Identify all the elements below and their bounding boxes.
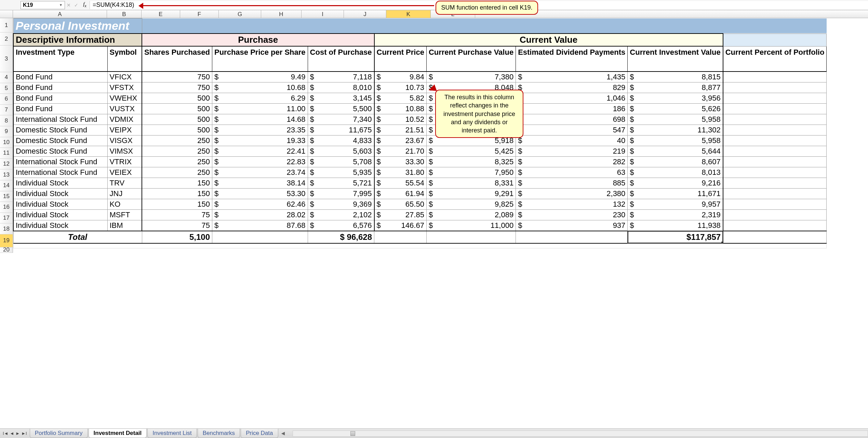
cell-div[interactable]: $1,046 xyxy=(516,93,628,104)
cell-div[interactable]: $937 xyxy=(516,220,628,231)
cell-pct[interactable] xyxy=(723,189,827,199)
cell-pps[interactable]: $14.68 xyxy=(212,114,308,125)
cell-type[interactable]: Individual Stock xyxy=(13,178,107,189)
cell-type[interactable]: Domestic Stock Fund xyxy=(13,136,107,146)
cell-civ[interactable]: $8,607 xyxy=(628,157,723,167)
col-header-G[interactable]: G xyxy=(219,10,261,18)
cell-pps[interactable]: $19.33 xyxy=(212,136,308,146)
cell-shares[interactable]: 75 xyxy=(142,220,212,231)
row-header-19[interactable]: 19 xyxy=(0,234,13,247)
cell-symbol[interactable]: IBM xyxy=(107,220,142,231)
cell-div[interactable]: $2,380 xyxy=(516,189,628,199)
cell-curpurch[interactable]: $5,425 xyxy=(426,146,516,157)
cell-curprice[interactable]: $10.52 xyxy=(374,114,427,125)
cell-curpurch[interactable]: $7,380 xyxy=(426,72,516,82)
row-header-1[interactable]: 1 xyxy=(0,18,13,33)
cell-civ[interactable]: $9,957 xyxy=(628,199,723,210)
cell-pct[interactable] xyxy=(723,93,827,104)
cell-civ[interactable]: $9,216 xyxy=(628,178,723,189)
cell-div[interactable]: $547 xyxy=(516,125,628,136)
cell-div[interactable]: $885 xyxy=(516,178,628,189)
cell-pps[interactable]: $23.74 xyxy=(212,167,308,178)
cell-curprice[interactable]: $61.94 xyxy=(374,189,427,199)
cell-shares[interactable]: 250 xyxy=(142,136,212,146)
cell-curprice[interactable]: $9.84 xyxy=(374,72,427,82)
cell-civ[interactable]: $5,958 xyxy=(628,136,723,146)
row-header-5[interactable]: 5 xyxy=(0,83,13,94)
cell-cost[interactable]: $7,340 xyxy=(308,114,374,125)
cell-curprice[interactable]: $10.88 xyxy=(374,104,427,114)
cell-type[interactable]: International Stock Fund xyxy=(13,157,107,167)
cell-div[interactable]: $63 xyxy=(516,167,628,178)
row-header-20[interactable]: 20 xyxy=(0,247,13,253)
cell-civ[interactable]: $2,319 xyxy=(628,210,723,220)
cell-pct[interactable] xyxy=(723,167,827,178)
grid[interactable]: Personal Investment Descriptive Informat… xyxy=(13,18,827,253)
name-box[interactable]: K19 ▼ xyxy=(21,1,65,9)
cell-pct[interactable] xyxy=(723,136,827,146)
cell-pps[interactable]: $53.30 xyxy=(212,189,308,199)
row-header-13[interactable]: 13 xyxy=(0,169,13,180)
cell-shares[interactable]: 500 xyxy=(142,114,212,125)
cell-civ[interactable]: $8,815 xyxy=(628,72,723,82)
cell-div[interactable]: $829 xyxy=(516,82,628,93)
cell-symbol[interactable]: VEIPX xyxy=(107,125,142,136)
cell-pct[interactable] xyxy=(723,220,827,231)
cell-curprice[interactable]: $21.70 xyxy=(374,146,427,157)
cell-pps[interactable]: $11.00 xyxy=(212,104,308,114)
row-header-18[interactable]: 18 xyxy=(0,223,13,234)
cell-symbol[interactable]: TRV xyxy=(107,178,142,189)
cell-symbol[interactable]: KO xyxy=(107,199,142,210)
cell-type[interactable]: Bond Fund xyxy=(13,104,107,114)
cell-div[interactable]: $698 xyxy=(516,114,628,125)
cell-pct[interactable] xyxy=(723,210,827,220)
cell-shares[interactable]: 150 xyxy=(142,199,212,210)
cell-type[interactable]: International Stock Fund xyxy=(13,114,107,125)
row-header-4[interactable]: 4 xyxy=(0,72,13,83)
cell-type[interactable]: Domestic Stock Fund xyxy=(13,146,107,157)
cell-pct[interactable] xyxy=(723,125,827,136)
cell-pct[interactable] xyxy=(723,104,827,114)
cell-type[interactable]: Individual Stock xyxy=(13,199,107,210)
row-header-12[interactable]: 12 xyxy=(0,159,13,170)
cell-curprice[interactable]: $23.67 xyxy=(374,136,427,146)
cell-pps[interactable]: $38.14 xyxy=(212,178,308,189)
cell-curprice[interactable]: $146.67 xyxy=(374,220,427,231)
col-header-H[interactable]: H xyxy=(261,10,302,18)
cell-type[interactable]: Individual Stock xyxy=(13,210,107,220)
cell-div[interactable]: $282 xyxy=(516,157,628,167)
cell-symbol[interactable]: VEIEX xyxy=(107,167,142,178)
cell-civ[interactable]: $8,013 xyxy=(628,167,723,178)
cell-shares[interactable]: 75 xyxy=(142,210,212,220)
cell-cost[interactable]: $9,369 xyxy=(308,199,374,210)
cell-curprice[interactable]: $21.51 xyxy=(374,125,427,136)
col-header-F[interactable]: F xyxy=(180,10,219,18)
cell-civ[interactable]: $11,671 xyxy=(628,189,723,199)
cell-symbol[interactable]: MSFT xyxy=(107,210,142,220)
cell-curpurch[interactable]: $8,325 xyxy=(426,157,516,167)
cell-pct[interactable] xyxy=(723,178,827,189)
col-header-J[interactable]: J xyxy=(344,10,386,18)
cell-curpurch[interactable]: $9,825 xyxy=(426,199,516,210)
cell-curprice[interactable]: $5.82 xyxy=(374,93,427,104)
cell-cost[interactable]: $5,603 xyxy=(308,146,374,157)
cell-symbol[interactable]: VISGX xyxy=(107,136,142,146)
cell-pps[interactable]: $87.68 xyxy=(212,220,308,231)
cell-civ[interactable]: $11,302 xyxy=(628,125,723,136)
cell-pct[interactable] xyxy=(723,82,827,93)
cell-pct[interactable] xyxy=(723,146,827,157)
cell-cost[interactable]: $11,675 xyxy=(308,125,374,136)
select-all-corner[interactable] xyxy=(0,10,13,18)
cell-symbol[interactable]: JNJ xyxy=(107,189,142,199)
cell-shares[interactable]: 150 xyxy=(142,178,212,189)
row-header-2[interactable]: 2 xyxy=(0,33,13,46)
cell-cost[interactable]: $8,010 xyxy=(308,82,374,93)
cell-type[interactable]: Domestic Stock Fund xyxy=(13,125,107,136)
cell-symbol[interactable]: VUSTX xyxy=(107,104,142,114)
cell-pps[interactable]: $22.83 xyxy=(212,157,308,167)
cell-div[interactable]: $219 xyxy=(516,146,628,157)
cell-div[interactable]: $1,435 xyxy=(516,72,628,82)
col-header-K[interactable]: K xyxy=(386,10,431,18)
row-header-11[interactable]: 11 xyxy=(0,148,13,159)
cell-shares[interactable]: 750 xyxy=(142,72,212,82)
